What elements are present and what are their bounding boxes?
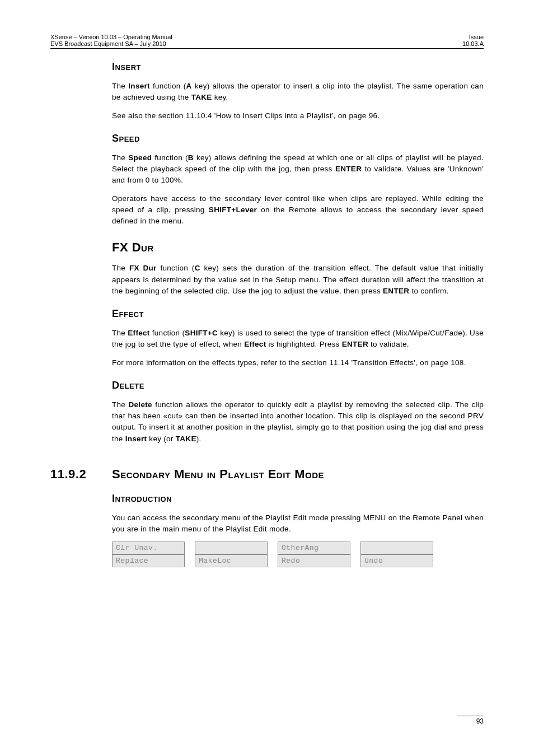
menu-makeloc: MakeLoc xyxy=(195,554,268,567)
header-issue-label: Issue xyxy=(462,34,484,40)
heading-introduction: Introduction xyxy=(112,493,484,505)
para-fxdur-1: The FX Dur function (C key) sets the dur… xyxy=(112,263,484,297)
page-footer: 93 xyxy=(457,716,484,725)
menu-redo: Redo xyxy=(278,554,350,567)
para-effect-1: The Effect function (SHIFT+C key) is use… xyxy=(112,328,484,351)
para-speed-2: Operators have access to the secondary l… xyxy=(112,193,484,227)
menu-undo: Undo xyxy=(360,554,433,567)
menu-otherang: OtherAng xyxy=(278,542,350,554)
para-delete-1: The Delete function allows the operator … xyxy=(112,399,484,445)
heading-fxdur: FX Dur xyxy=(112,240,484,255)
menu-empty-2 xyxy=(360,542,433,554)
section-title: Secondary Menu in Playlist Edit Mode xyxy=(112,467,324,482)
page-number: 93 xyxy=(457,717,484,725)
heading-effect: Effect xyxy=(112,308,484,320)
para-intro-1: You can access the secondary menu of the… xyxy=(112,512,484,535)
heading-speed: Speed xyxy=(112,133,484,144)
header-company: EVS Broadcast Equipment SA – July 2010 xyxy=(50,40,172,47)
page-header: XSense – Version 10.03 – Operating Manua… xyxy=(50,34,484,49)
para-insert-1: The Insert function (A key) allows the o… xyxy=(112,81,484,104)
para-speed-1: The Speed function (B key) allows defini… xyxy=(112,152,484,186)
menu-empty-1 xyxy=(195,542,268,554)
menu-clr-unav: Clr Unav. xyxy=(112,542,185,554)
menu-replace: Replace xyxy=(112,554,185,567)
heading-delete: Delete xyxy=(112,380,484,391)
header-issue-number: 10.03.A xyxy=(462,40,484,47)
section-number: 11.9.2 xyxy=(50,467,112,482)
remote-menu-grid: Clr Unav. OtherAng Replace MakeLoc Redo … xyxy=(112,542,484,567)
para-effect-2: For more information on the effects type… xyxy=(112,357,484,368)
section-secondary-menu: 11.9.2 Secondary Menu in Playlist Edit M… xyxy=(50,467,484,482)
header-title: XSense – Version 10.03 – Operating Manua… xyxy=(50,34,172,40)
para-insert-2: See also the section 11.10.4 'How to Ins… xyxy=(112,110,484,122)
heading-insert: Insert xyxy=(112,61,484,73)
